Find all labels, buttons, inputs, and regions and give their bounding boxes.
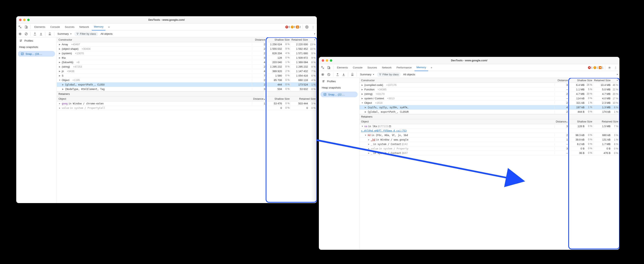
minimize-icon[interactable] (23, 19, 26, 21)
retainer-row[interactable]: ▶value in system / PropertyCell00 %00 % (57, 106, 317, 110)
error-badge[interactable]: ✕1 (588, 66, 592, 69)
table-row[interactable]: ▶Function ×34385–1.1 MB5 %5.0 MB22 % (360, 87, 620, 92)
col-shallow[interactable]: Shallow Size (570, 79, 593, 82)
record-icon[interactable] (18, 31, 23, 36)
col-constructor[interactable]: Constructor (360, 79, 554, 82)
snapshot-item[interactable]: Snap… (16.… (18, 51, 55, 57)
retainer-row[interactable]: ▶_ in system / Context @142–8.2 kB0 %1.7… (360, 142, 620, 146)
tab-console[interactable]: Console (351, 64, 364, 71)
kebab-icon[interactable]: ⋮ (613, 65, 618, 70)
profiles-row[interactable]: Profiles (319, 78, 359, 84)
record-icon[interactable] (320, 72, 325, 77)
clear-icon[interactable] (24, 31, 29, 36)
gc-icon[interactable] (350, 72, 355, 77)
warning-badge[interactable]: !1 (594, 66, 598, 69)
tab-network[interactable]: Network (380, 64, 394, 71)
issue-badge[interactable]: ■1 (599, 66, 604, 69)
col-shallow[interactable]: Shallow Size (570, 120, 593, 123)
col-distance[interactable]: Distance (252, 38, 267, 41)
device-icon[interactable] (24, 24, 29, 30)
table-row[interactable]: ▶{sy1fu, sy2ly, sy39n, sy4fm,4197 kB1 %1… (360, 105, 620, 110)
retainer-row[interactable]: ▶_ in system / Context @607–36 B0 %476 B… (360, 151, 620, 155)
tab-memory[interactable]: Memory (414, 64, 428, 71)
chevron-down-icon[interactable]: ▼ (616, 74, 618, 76)
col-retained[interactable]: Retained Size (593, 120, 620, 123)
col-retained[interactable]: Retained Size▼ (290, 38, 317, 41)
table-row[interactable]: ▶S71 5800 %1 054 4166 % (57, 74, 317, 78)
clear-icon[interactable] (326, 72, 332, 77)
table-row[interactable]: ▶(string) ×4725321 295 2328 %1 295 2328 … (57, 64, 317, 69)
device-icon[interactable] (326, 65, 332, 70)
download-icon[interactable] (341, 72, 346, 77)
table-row[interactable]: ▶Array ×4349721 256 0248 %2 220 00013 % (57, 42, 317, 47)
more-tabs-icon[interactable]: » (106, 24, 112, 30)
snapshot-item[interactable]: Snap… (22.… (320, 92, 358, 97)
col-shallow[interactable]: Shallow Size (267, 38, 290, 41)
table-row[interactable]: ▶{global, exportPath_, CLOSU24440 %173 5… (57, 82, 317, 87)
profiles-row[interactable]: Profiles (16, 37, 57, 44)
tab-sources[interactable]: Sources (63, 24, 76, 30)
objects-dropdown[interactable]: All objects (99, 31, 114, 36)
retainers-header: Object Distance▲ Shallow Size Retained S… (57, 96, 317, 101)
gc-icon[interactable] (47, 31, 52, 36)
upload-icon[interactable] (335, 72, 340, 77)
table-row[interactable]: ▶{SdcwHb} ×84203 0401 %1 369 0848 % (57, 60, 317, 64)
class-filter[interactable]: Filter by class (74, 32, 98, 36)
col-object[interactable]: Object (57, 97, 252, 100)
inspect-icon[interactable] (18, 24, 23, 30)
table-row[interactable]: ▶(string) ×4317024.7 MB20 %4.7 MB20 % (360, 92, 620, 96)
objects-dropdown[interactable]: All objects (402, 72, 417, 77)
table-row[interactable]: ▶system / Context ×3013–114 kB0 %4.0 MB1… (360, 96, 620, 101)
table-row[interactable]: ▶lKa31280 %1 509 8729 % (57, 56, 317, 60)
table-row[interactable]: ▼Object ×16182321 kB1 %2.3 MB10 % (360, 101, 620, 105)
upload-icon[interactable] (32, 31, 38, 36)
zoom-icon[interactable] (27, 19, 30, 21)
close-icon[interactable] (19, 19, 22, 21)
col-distance[interactable]: Distance▲ (252, 97, 267, 100)
col-shallow[interactable]: Shallow Size (267, 97, 290, 100)
col-distance[interactable]: Distance (554, 79, 570, 82)
tab-sources[interactable]: Sources (365, 64, 379, 71)
retainer-source-link[interactable]: c,dtl0hd,eHDfl,YV5bee,d,csi:753 (360, 128, 620, 133)
retainer-row[interactable]: ▶_hd in Window / www.google139.8 kB0 %13… (360, 138, 620, 142)
table-row[interactable]: ▶(object shape) ×3040421 555 0329 %1 592… (57, 47, 317, 51)
tab-elements[interactable]: Elements (32, 24, 47, 30)
settings-icon[interactable] (304, 24, 310, 30)
view-dropdown[interactable]: Summary▼ (358, 72, 376, 77)
col-object[interactable]: Object (360, 120, 554, 123)
error-badge[interactable]: ✕5 (285, 26, 290, 28)
retainer-row[interactable]: ▶goog in Window / chrome-exten153 4760 %… (57, 101, 317, 106)
settings-icon[interactable] (607, 65, 612, 70)
col-constructor[interactable]: Constructor (57, 38, 252, 41)
tab-network[interactable]: Network (78, 24, 91, 30)
tab-elements[interactable]: Elements (335, 64, 350, 71)
table-row[interactable]: ▶jn ×94364389 9202 %1 147 4327 % (57, 69, 317, 74)
col-retained[interactable]: Retained Size▼ (593, 79, 620, 82)
table-row[interactable]: ▶(system) ×130702626 2044 %1 571 6809 % (57, 51, 317, 56)
retainers-body: ▶goog in Window / chrome-exten153 4760 %… (57, 101, 317, 110)
table-row[interactable]: ▶(compiled code) ×10717636.4 MB28 %10.4 … (360, 83, 620, 87)
view-dropdown[interactable]: Summary▼ (56, 31, 74, 36)
class-filter[interactable]: Filter by class (377, 72, 401, 77)
table-row[interactable]: ▶{global, exportPath_, CLOSUR2444 B0 %17… (360, 110, 620, 114)
table-row[interactable]: ▼Object ×1195285 7080 %660 1164 % (57, 78, 317, 82)
inspect-icon[interactable] (320, 65, 325, 70)
tab-memory[interactable]: Memory (92, 24, 106, 30)
chevron-down-icon[interactable]: ▼ (314, 33, 316, 35)
retainer-row[interactable]: ▼Xd in {FOc, HOa, VC, jo, Sbd298.3 kB0 %… (360, 133, 620, 138)
zoom-icon[interactable] (330, 59, 332, 62)
tab-console[interactable]: Console (48, 24, 62, 30)
issue-badge[interactable]: ■2 (296, 26, 301, 28)
retainer-row[interactable]: ▼oa in lKa @177115 3128 B0 %1.5 MB7 % (360, 124, 620, 128)
col-retained[interactable]: Retained Size (290, 97, 317, 100)
table-row[interactable]: ▶{NodeType, HtmlElement, Tag35040 %53 63… (57, 87, 317, 92)
minimize-icon[interactable] (326, 59, 328, 62)
download-icon[interactable] (38, 31, 44, 36)
warning-badge[interactable]: !9 (291, 26, 296, 28)
kebab-icon[interactable]: ⋮ (310, 24, 316, 30)
tab-performance[interactable]: Performance (394, 64, 414, 71)
more-tabs-icon[interactable]: » (429, 65, 434, 70)
close-icon[interactable] (322, 59, 324, 62)
retainer-row[interactable]: ▶value in system / Property30 B0 %0 B0 % (360, 146, 620, 151)
col-distance[interactable]: Distance▲ (554, 120, 570, 123)
